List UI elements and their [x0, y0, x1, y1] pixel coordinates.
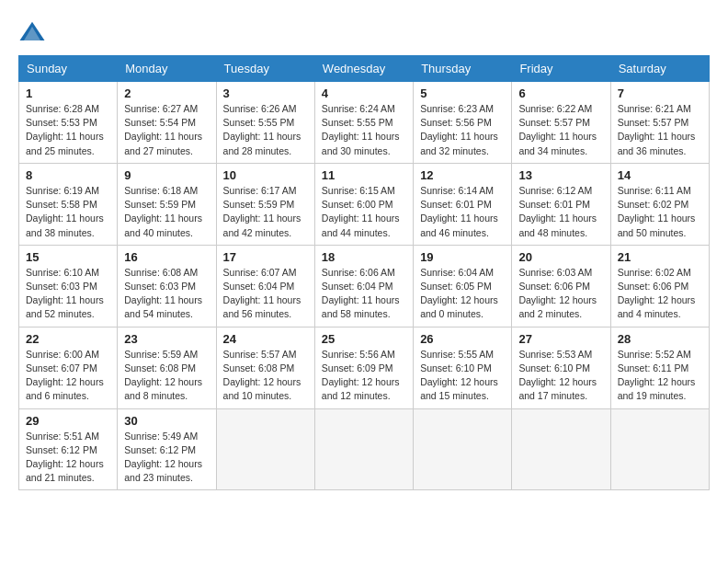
- day-info: Sunrise: 6:04 AMSunset: 6:05 PMDaylight:…: [420, 266, 505, 322]
- day-info: Sunrise: 6:17 AMSunset: 5:59 PMDaylight:…: [223, 184, 308, 240]
- day-number: 30: [124, 414, 209, 428]
- calendar-cell: 10Sunrise: 6:17 AMSunset: 5:59 PMDayligh…: [216, 163, 314, 245]
- column-header-thursday: Thursday: [414, 56, 512, 82]
- day-info: Sunrise: 6:11 AMSunset: 6:02 PMDaylight:…: [618, 184, 702, 240]
- calendar-cell: 24Sunrise: 5:57 AMSunset: 6:08 PMDayligh…: [216, 327, 314, 408]
- calendar-cell: 23Sunrise: 5:59 AMSunset: 6:08 PMDayligh…: [118, 327, 216, 408]
- calendar-cell: [314, 408, 413, 490]
- day-number: 18: [322, 250, 406, 264]
- day-info: Sunrise: 6:26 AMSunset: 5:55 PMDaylight:…: [223, 102, 308, 158]
- logo: [18, 18, 50, 46]
- day-info: Sunrise: 6:00 AMSunset: 6:07 PMDaylight:…: [26, 348, 110, 404]
- day-number: 2: [124, 86, 209, 100]
- calendar-cell: 26Sunrise: 5:55 AMSunset: 6:10 PMDayligh…: [414, 327, 512, 408]
- day-number: 15: [26, 250, 110, 264]
- calendar-cell: 30Sunrise: 5:49 AMSunset: 6:12 PMDayligh…: [118, 408, 216, 490]
- day-number: 10: [223, 168, 308, 182]
- day-info: Sunrise: 6:18 AMSunset: 5:59 PMDaylight:…: [124, 184, 209, 240]
- day-number: 22: [26, 332, 110, 346]
- day-info: Sunrise: 6:03 AMSunset: 6:06 PMDaylight:…: [518, 266, 603, 322]
- day-number: 3: [223, 86, 308, 100]
- calendar-cell: 25Sunrise: 5:56 AMSunset: 6:09 PMDayligh…: [314, 327, 413, 408]
- day-info: Sunrise: 6:08 AMSunset: 6:03 PMDaylight:…: [124, 266, 209, 322]
- calendar-table: SundayMondayTuesdayWednesdayThursdayFrid…: [18, 55, 710, 490]
- day-number: 5: [420, 86, 505, 100]
- calendar-cell: 11Sunrise: 6:15 AMSunset: 6:00 PMDayligh…: [314, 163, 413, 245]
- day-number: 21: [618, 250, 702, 264]
- day-number: 28: [618, 332, 702, 346]
- day-number: 20: [518, 250, 603, 264]
- day-number: 7: [618, 86, 702, 100]
- day-info: Sunrise: 6:23 AMSunset: 5:56 PMDaylight:…: [420, 102, 505, 158]
- calendar-cell: [216, 408, 314, 490]
- day-number: 12: [420, 168, 505, 182]
- calendar-week-row: 15Sunrise: 6:10 AMSunset: 6:03 PMDayligh…: [19, 245, 710, 327]
- calendar-cell: 14Sunrise: 6:11 AMSunset: 6:02 PMDayligh…: [610, 163, 709, 245]
- day-number: 1: [26, 86, 110, 100]
- calendar-cell: 1Sunrise: 6:28 AMSunset: 5:53 PMDaylight…: [19, 82, 118, 164]
- calendar-cell: 7Sunrise: 6:21 AMSunset: 5:57 PMDaylight…: [610, 82, 709, 164]
- day-info: Sunrise: 6:02 AMSunset: 6:06 PMDaylight:…: [618, 266, 702, 322]
- day-number: 9: [124, 168, 209, 182]
- calendar-cell: 13Sunrise: 6:12 AMSunset: 6:01 PMDayligh…: [512, 163, 610, 245]
- day-info: Sunrise: 5:49 AMSunset: 6:12 PMDaylight:…: [124, 430, 209, 486]
- calendar-cell: 5Sunrise: 6:23 AMSunset: 5:56 PMDaylight…: [414, 82, 512, 164]
- day-number: 13: [518, 168, 603, 182]
- calendar-cell: 16Sunrise: 6:08 AMSunset: 6:03 PMDayligh…: [118, 245, 216, 327]
- day-info: Sunrise: 5:56 AMSunset: 6:09 PMDaylight:…: [322, 348, 406, 404]
- calendar-cell: 27Sunrise: 5:53 AMSunset: 6:10 PMDayligh…: [512, 327, 610, 408]
- day-info: Sunrise: 6:24 AMSunset: 5:55 PMDaylight:…: [322, 102, 406, 158]
- day-info: Sunrise: 5:55 AMSunset: 6:10 PMDaylight:…: [420, 348, 505, 404]
- calendar-week-row: 22Sunrise: 6:00 AMSunset: 6:07 PMDayligh…: [19, 327, 710, 408]
- calendar-week-row: 8Sunrise: 6:19 AMSunset: 5:58 PMDaylight…: [19, 163, 710, 245]
- day-number: 24: [223, 332, 308, 346]
- day-info: Sunrise: 6:12 AMSunset: 6:01 PMDaylight:…: [518, 184, 603, 240]
- day-info: Sunrise: 5:52 AMSunset: 6:11 PMDaylight:…: [618, 348, 702, 404]
- calendar-cell: 28Sunrise: 5:52 AMSunset: 6:11 PMDayligh…: [610, 327, 709, 408]
- calendar-cell: 9Sunrise: 6:18 AMSunset: 5:59 PMDaylight…: [118, 163, 216, 245]
- day-number: 26: [420, 332, 505, 346]
- day-number: 6: [518, 86, 603, 100]
- calendar-cell: 2Sunrise: 6:27 AMSunset: 5:54 PMDaylight…: [118, 82, 216, 164]
- column-header-monday: Monday: [118, 56, 216, 82]
- day-number: 4: [322, 86, 406, 100]
- column-header-tuesday: Tuesday: [216, 56, 314, 82]
- calendar-cell: 19Sunrise: 6:04 AMSunset: 6:05 PMDayligh…: [414, 245, 512, 327]
- day-info: Sunrise: 6:07 AMSunset: 6:04 PMDaylight:…: [223, 266, 308, 322]
- calendar-cell: 6Sunrise: 6:22 AMSunset: 5:57 PMDaylight…: [512, 82, 610, 164]
- calendar-cell: 29Sunrise: 5:51 AMSunset: 6:12 PMDayligh…: [19, 408, 118, 490]
- day-number: 14: [618, 168, 702, 182]
- calendar-cell: [512, 408, 610, 490]
- day-number: 25: [322, 332, 406, 346]
- column-header-friday: Friday: [512, 56, 610, 82]
- calendar-header-row: SundayMondayTuesdayWednesdayThursdayFrid…: [19, 56, 710, 82]
- column-header-sunday: Sunday: [19, 56, 118, 82]
- day-number: 17: [223, 250, 308, 264]
- day-info: Sunrise: 6:15 AMSunset: 6:00 PMDaylight:…: [322, 184, 406, 240]
- calendar-cell: 20Sunrise: 6:03 AMSunset: 6:06 PMDayligh…: [512, 245, 610, 327]
- calendar-week-row: 29Sunrise: 5:51 AMSunset: 6:12 PMDayligh…: [19, 408, 710, 490]
- day-info: Sunrise: 6:06 AMSunset: 6:04 PMDaylight:…: [322, 266, 406, 322]
- calendar-cell: 8Sunrise: 6:19 AMSunset: 5:58 PMDaylight…: [19, 163, 118, 245]
- day-info: Sunrise: 5:59 AMSunset: 6:08 PMDaylight:…: [124, 348, 209, 404]
- calendar-cell: 18Sunrise: 6:06 AMSunset: 6:04 PMDayligh…: [314, 245, 413, 327]
- calendar-cell: 3Sunrise: 6:26 AMSunset: 5:55 PMDaylight…: [216, 82, 314, 164]
- day-info: Sunrise: 5:53 AMSunset: 6:10 PMDaylight:…: [518, 348, 603, 404]
- calendar-cell: 15Sunrise: 6:10 AMSunset: 6:03 PMDayligh…: [19, 245, 118, 327]
- day-info: Sunrise: 6:27 AMSunset: 5:54 PMDaylight:…: [124, 102, 209, 158]
- day-info: Sunrise: 5:51 AMSunset: 6:12 PMDaylight:…: [26, 430, 110, 486]
- calendar-cell: 22Sunrise: 6:00 AMSunset: 6:07 PMDayligh…: [19, 327, 118, 408]
- day-number: 23: [124, 332, 209, 346]
- day-number: 16: [124, 250, 209, 264]
- calendar-cell: [610, 408, 709, 490]
- day-info: Sunrise: 6:22 AMSunset: 5:57 PMDaylight:…: [518, 102, 603, 158]
- calendar-cell: 17Sunrise: 6:07 AMSunset: 6:04 PMDayligh…: [216, 245, 314, 327]
- day-info: Sunrise: 6:14 AMSunset: 6:01 PMDaylight:…: [420, 184, 505, 240]
- page-header: [18, 18, 710, 46]
- day-number: 8: [26, 168, 110, 182]
- day-info: Sunrise: 6:28 AMSunset: 5:53 PMDaylight:…: [26, 102, 110, 158]
- day-info: Sunrise: 6:19 AMSunset: 5:58 PMDaylight:…: [26, 184, 110, 240]
- day-info: Sunrise: 6:10 AMSunset: 6:03 PMDaylight:…: [26, 266, 110, 322]
- calendar-cell: [414, 408, 512, 490]
- calendar-week-row: 1Sunrise: 6:28 AMSunset: 5:53 PMDaylight…: [19, 82, 710, 164]
